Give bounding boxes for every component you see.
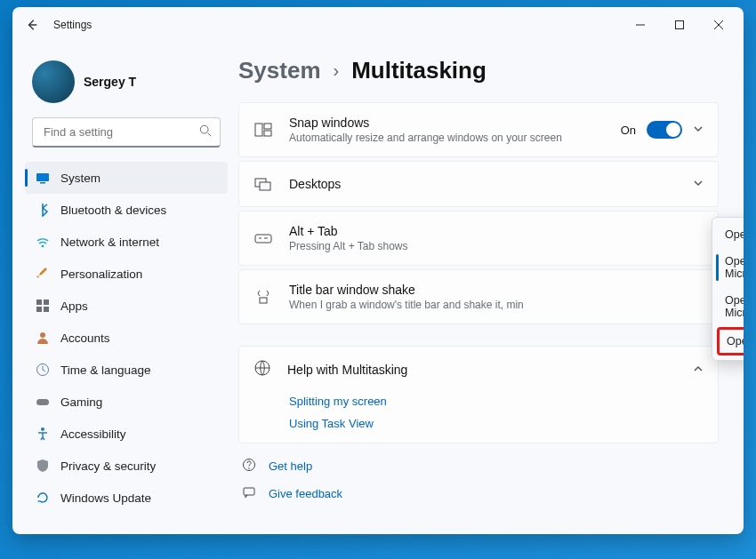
apps-icon: [36, 299, 50, 313]
shield-icon: [36, 459, 50, 473]
row-desc: Pressing Alt + Tab shows: [289, 240, 704, 252]
dropdown-option[interactable]: Open windows and 5 most recent tabs in M…: [712, 248, 744, 287]
maximize-icon: [675, 20, 684, 29]
chevron-down-icon: [693, 122, 704, 138]
give-feedback-link[interactable]: Give feedback: [238, 485, 719, 502]
shake-icon: [253, 287, 273, 307]
svg-point-22: [248, 467, 250, 469]
minimize-button[interactable]: [621, 11, 660, 39]
row-label: Snap windows: [289, 116, 621, 130]
sidebar-item-accounts[interactable]: Accounts: [25, 322, 228, 354]
svg-rect-18: [255, 235, 271, 243]
sidebar-item-update[interactable]: Windows Update: [25, 482, 228, 514]
sidebar-item-label: System: [60, 172, 101, 185]
snap-icon: [253, 120, 273, 140]
row-desc: Automatically resize and arrange windows…: [289, 132, 621, 144]
sidebar-item-label: Gaming: [60, 395, 102, 409]
brush-icon: [36, 267, 50, 281]
get-help-link[interactable]: Get help: [238, 458, 719, 475]
minimize-icon: [636, 20, 645, 29]
system-icon: [36, 171, 50, 185]
svg-rect-14: [264, 124, 271, 129]
update-icon: [36, 491, 50, 505]
snap-toggle[interactable]: [647, 121, 682, 139]
sidebar-item-network[interactable]: Network & internet: [25, 226, 228, 258]
dropdown-option[interactable]: Open windows and all tabs in Microsoft E…: [712, 221, 744, 248]
svg-point-4: [42, 245, 44, 248]
nav-list: System Bluetooth & devices Network & int…: [25, 162, 228, 514]
search-input[interactable]: [32, 117, 221, 148]
row-alt-tab[interactable]: Alt + Tab Pressing Alt + Tab shows: [238, 211, 719, 266]
sidebar-item-time[interactable]: Time & language: [25, 354, 228, 386]
window-controls: [621, 11, 738, 39]
row-title-bar-shake[interactable]: Title bar window shake When I grab a win…: [238, 269, 719, 324]
sidebar-item-accessibility[interactable]: Accessibility: [25, 418, 228, 450]
titlebar: Settings: [12, 7, 744, 43]
chevron-up-icon[interactable]: [693, 362, 704, 378]
avatar: [32, 60, 75, 103]
sidebar-item-personalization[interactable]: Personalization: [25, 258, 228, 290]
main-panel: System › Multitasking Snap windows Autom…: [231, 43, 744, 534]
search-icon: [199, 124, 212, 140]
svg-rect-8: [44, 307, 49, 312]
accessibility-icon: [36, 427, 50, 441]
search-wrap: [32, 117, 221, 148]
person-icon: [36, 331, 50, 345]
maximize-button[interactable]: [660, 11, 699, 39]
sidebar-item-privacy[interactable]: Privacy & security: [25, 450, 228, 482]
sidebar-item-label: Accessibility: [60, 427, 126, 441]
gamepad-icon: [36, 395, 50, 409]
dropdown-option[interactable]: Open windows and 3 most recent tabs in M…: [712, 287, 744, 326]
sidebar-item-bluetooth[interactable]: Bluetooth & devices: [25, 194, 228, 226]
sidebar-item-system[interactable]: System: [25, 162, 228, 194]
close-icon: [714, 20, 723, 29]
toggle-label: On: [621, 124, 636, 137]
profile-name: Sergey T: [84, 75, 136, 89]
svg-point-12: [41, 427, 44, 431]
help-link-taskview[interactable]: Using Task View: [289, 417, 704, 430]
breadcrumb-parent[interactable]: System: [238, 57, 321, 84]
sidebar-item-gaming[interactable]: Gaming: [25, 386, 228, 418]
svg-rect-7: [36, 307, 42, 312]
sidebar-item-label: Bluetooth & devices: [60, 204, 166, 217]
desktops-icon: [253, 174, 273, 194]
row-snap-windows[interactable]: Snap windows Automatically resize and ar…: [238, 102, 719, 157]
row-label: Title bar window shake: [289, 283, 704, 297]
close-button[interactable]: [699, 11, 738, 39]
svg-rect-3: [40, 182, 45, 184]
help-section: Help with Multitasking Splitting my scre…: [238, 346, 719, 443]
svg-rect-2: [36, 173, 49, 181]
sidebar-item-label: Network & internet: [60, 236, 159, 249]
svg-rect-6: [44, 299, 49, 305]
row-desktops[interactable]: Desktops: [238, 161, 719, 207]
back-button[interactable]: [18, 11, 46, 39]
feedback-icon: [242, 485, 256, 502]
get-help-label: Get help: [269, 459, 312, 473]
settings-window: Settings Sergey T System: [12, 7, 744, 534]
profile-block[interactable]: Sergey T: [25, 52, 228, 117]
breadcrumb-current: Multitasking: [351, 57, 487, 84]
sidebar-item-label: Accounts: [60, 331, 110, 345]
help-icon: [242, 458, 256, 475]
window-title: Settings: [53, 19, 92, 31]
svg-rect-5: [36, 299, 42, 305]
globe-icon: [253, 359, 271, 380]
sidebar: Sergey T System Bluetooth & devices Netw…: [12, 43, 231, 534]
sidebar-item-label: Windows Update: [60, 491, 151, 505]
svg-rect-17: [260, 182, 270, 190]
row-desc: When I grab a window's title bar and sha…: [289, 299, 704, 311]
chevron-right-icon: ›: [334, 60, 340, 81]
help-link-split[interactable]: Splitting my screen: [289, 395, 704, 408]
sidebar-item-label: Privacy & security: [60, 459, 156, 473]
chevron-down-icon: [693, 176, 704, 192]
row-label: Desktops: [289, 177, 693, 191]
svg-point-1: [200, 125, 208, 133]
svg-rect-11: [36, 399, 49, 405]
svg-point-9: [40, 332, 45, 338]
dropdown-option[interactable]: Open windows only: [718, 328, 744, 355]
sidebar-item-apps[interactable]: Apps: [25, 290, 228, 322]
alt-tab-icon: [253, 228, 273, 248]
bluetooth-icon: [36, 203, 50, 217]
arrow-left-icon: [26, 19, 38, 31]
help-links: Splitting my screen Using Task View: [253, 395, 704, 430]
